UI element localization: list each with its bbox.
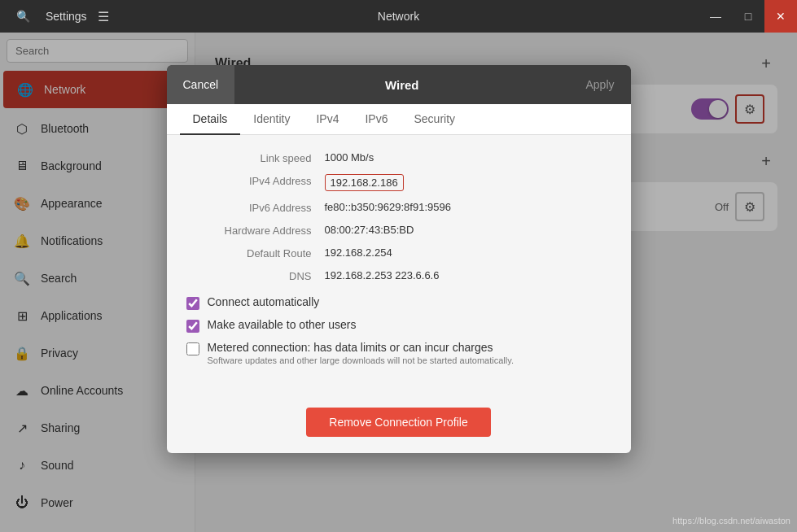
link-speed-label: Link speed bbox=[186, 151, 325, 164]
tab-ipv6[interactable]: IPv6 bbox=[352, 104, 401, 135]
apply-button[interactable]: Apply bbox=[569, 65, 630, 104]
link-speed-value: 1000 Mb/s bbox=[325, 151, 374, 164]
ipv6-row: IPv6 Address fe80::b350:9629:8f91:9596 bbox=[186, 201, 611, 214]
tab-identity[interactable]: Identity bbox=[240, 104, 303, 135]
hardware-value: 08:00:27:43:B5:BD bbox=[325, 224, 414, 236]
auto-connect-label: Connect automatically bbox=[208, 295, 320, 308]
app-title: Settings bbox=[46, 10, 87, 23]
available-users-row: Make available to other users bbox=[186, 318, 611, 333]
remove-profile-button[interactable]: Remove Connection Profile bbox=[306, 408, 490, 437]
hardware-label: Hardware Address bbox=[186, 224, 325, 237]
metered-label: Metered connection: has data limits or c… bbox=[208, 341, 514, 354]
default-route-label: Default Route bbox=[186, 246, 325, 259]
search-button[interactable]: 🔍 bbox=[7, 0, 39, 33]
watermark: https://blog.csdn.net/aiwaston bbox=[672, 516, 790, 525]
auto-connect-checkbox[interactable] bbox=[186, 297, 199, 310]
maximize-button[interactable]: □ bbox=[732, 0, 764, 33]
default-route-row: Default Route 192.168.2.254 bbox=[186, 246, 611, 259]
metered-row: Metered connection: has data limits or c… bbox=[186, 341, 611, 365]
close-button[interactable]: ✕ bbox=[764, 0, 797, 33]
modal-body: Link speed 1000 Mb/s IPv4 Address 192.16… bbox=[167, 135, 631, 395]
cancel-button[interactable]: Cancel bbox=[167, 65, 235, 104]
link-speed-row: Link speed 1000 Mb/s bbox=[186, 151, 611, 164]
ipv4-label: IPv4 Address bbox=[186, 174, 325, 187]
hardware-row: Hardware Address 08:00:27:43:B5:BD bbox=[186, 224, 611, 237]
tab-details[interactable]: Details bbox=[180, 104, 241, 135]
available-users-checkbox[interactable] bbox=[186, 320, 199, 333]
ipv4-value: 192.168.2.186 bbox=[325, 174, 404, 191]
minimize-button[interactable]: — bbox=[699, 0, 732, 33]
tab-security[interactable]: Security bbox=[401, 104, 468, 135]
auto-connect-row: Connect automatically bbox=[186, 295, 611, 310]
dns-value: 192.168.2.253 223.6.6.6 bbox=[325, 269, 440, 281]
wired-modal: Cancel Wired Apply Details Identity IPv4… bbox=[167, 65, 631, 453]
ipv6-value: fe80::b350:9629:8f91:9596 bbox=[325, 201, 451, 213]
modal-title: Wired bbox=[234, 78, 569, 92]
title-bar: 🔍 Settings ☰ Network — □ ✕ bbox=[0, 0, 797, 33]
dns-label: DNS bbox=[186, 269, 325, 282]
modal-tabs: Details Identity IPv4 IPv6 Security bbox=[167, 104, 631, 135]
hamburger-button[interactable]: ☰ bbox=[87, 0, 120, 33]
dns-row: DNS 192.168.2.253 223.6.6.6 bbox=[186, 269, 611, 282]
modal-checkboxes: Connect automatically Make available to … bbox=[186, 295, 611, 365]
metered-sublabel: Software updates and other large downloa… bbox=[208, 355, 514, 365]
window-title: Network bbox=[378, 10, 419, 23]
modal-overlay: Cancel Wired Apply Details Identity IPv4… bbox=[0, 33, 797, 532]
modal-footer: Remove Connection Profile bbox=[167, 395, 631, 453]
tab-ipv4[interactable]: IPv4 bbox=[303, 104, 352, 135]
modal-header: Cancel Wired Apply bbox=[167, 65, 631, 104]
metered-checkbox[interactable] bbox=[186, 342, 199, 355]
available-users-label: Make available to other users bbox=[208, 318, 357, 331]
ipv4-row: IPv4 Address 192.168.2.186 bbox=[186, 174, 611, 191]
ipv6-label: IPv6 Address bbox=[186, 201, 325, 214]
default-route-value: 192.168.2.254 bbox=[325, 246, 392, 259]
